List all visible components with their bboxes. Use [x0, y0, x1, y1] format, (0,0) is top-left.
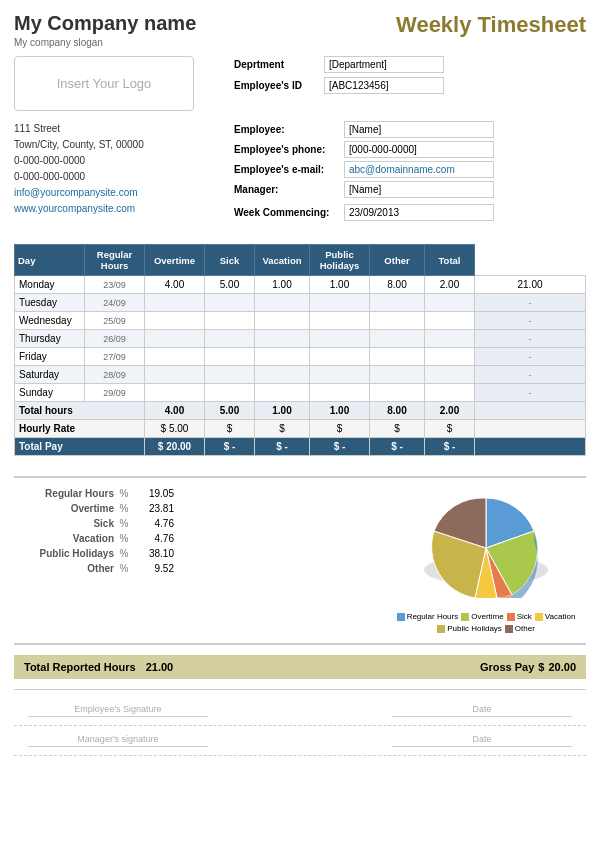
pie-chart: [406, 488, 566, 598]
cell-sick: [255, 348, 310, 366]
cell-total: -: [475, 348, 586, 366]
pay-sick: $ -: [255, 438, 310, 456]
cell-total: -: [475, 312, 586, 330]
col-header-overtime: Overtime: [145, 245, 205, 276]
employee-name-label: Employee:: [234, 124, 344, 135]
cell-other: [425, 366, 475, 384]
legend-color: [535, 613, 543, 621]
col-header-vacation: Vacation: [255, 245, 310, 276]
pay-vacation: $ -: [310, 438, 370, 456]
stat-row: Vacation % 4.76: [14, 533, 376, 544]
table-date: 28/09: [85, 366, 145, 384]
stat-row: Regular Hours % 19.05: [14, 488, 376, 499]
cell-other: 2.00: [425, 276, 475, 294]
col-header-sick: Sick: [205, 245, 255, 276]
total-public-holidays: 8.00: [370, 402, 425, 420]
total-other: 2.00: [425, 402, 475, 420]
cell-regular: [145, 312, 205, 330]
table-date: 29/09: [85, 384, 145, 402]
table-row: Wednesday: [15, 312, 85, 330]
total-sick: 1.00: [255, 402, 310, 420]
page-title: Weekly Timesheet: [396, 12, 586, 38]
cell-vacation: [310, 348, 370, 366]
week-commencing-label: Week Commencing:: [234, 207, 344, 218]
manager-label: Manager:: [234, 184, 344, 195]
total-pay-label: Total Pay: [15, 438, 145, 456]
table-row: Thursday: [15, 330, 85, 348]
cell-overtime: [205, 330, 255, 348]
cell-public-holidays: 8.00: [370, 276, 425, 294]
cell-public-holidays: [370, 294, 425, 312]
legend-color: [507, 613, 515, 621]
col-header-public-holidays: Public Holidays: [310, 245, 370, 276]
cell-regular: 4.00: [145, 276, 205, 294]
table-date: 23/09: [85, 276, 145, 294]
table-row: Friday: [15, 348, 85, 366]
summary-section: Regular Hours % 19.05 Overtime % 23.81 S…: [14, 476, 586, 645]
legend-item: Sick: [507, 612, 532, 621]
manager-value: [Name]: [344, 181, 494, 198]
cell-other: [425, 384, 475, 402]
cell-other: [425, 312, 475, 330]
employee-phone-value: [000-000-0000]: [344, 141, 494, 158]
cell-overtime: [205, 384, 255, 402]
employee-email-label: Employee's e-mail:: [234, 164, 344, 175]
cell-sick: [255, 294, 310, 312]
logo-placeholder: Insert Your Logo: [14, 56, 194, 111]
cell-other: [425, 294, 475, 312]
pay-public-holidays: $ -: [370, 438, 425, 456]
timesheet-table: Day Regular Hours Overtime Sick Vacation…: [14, 244, 586, 456]
gross-pay-symbol: $: [538, 661, 544, 673]
cell-total: 21.00: [475, 276, 586, 294]
cell-overtime: [205, 294, 255, 312]
table-row: Saturday: [15, 366, 85, 384]
stats-block: Regular Hours % 19.05 Overtime % 23.81 S…: [14, 488, 376, 578]
cell-sick: [255, 366, 310, 384]
reported-hours-label: Total Reported Hours: [24, 661, 136, 673]
address-block: 111 Street Town/City, County, ST, 00000 …: [14, 121, 194, 224]
hourly-public-holidays: $: [370, 420, 425, 438]
legend-item: Vacation: [535, 612, 576, 621]
legend-item: Overtime: [461, 612, 503, 621]
col-header-total: Total: [425, 245, 475, 276]
hourly-overtime: $: [205, 420, 255, 438]
employee-phone-label: Employee's phone:: [234, 144, 344, 155]
total-regular: 4.00: [145, 402, 205, 420]
col-header-regular: Regular Hours: [85, 245, 145, 276]
department-value: [Department]: [324, 56, 444, 73]
table-date: 27/09: [85, 348, 145, 366]
employee-signature-line: Employee's Signature: [28, 704, 208, 717]
cell-regular: [145, 330, 205, 348]
cell-sick: [255, 384, 310, 402]
pay-regular: $ 20.00: [145, 438, 205, 456]
cell-total: -: [475, 366, 586, 384]
cell-vacation: 1.00: [310, 276, 370, 294]
total-vacation: 1.00: [310, 402, 370, 420]
stat-row: Overtime % 23.81: [14, 503, 376, 514]
cell-overtime: [205, 366, 255, 384]
company-slogan: My company slogan: [14, 37, 196, 48]
cell-total: -: [475, 330, 586, 348]
cell-public-holidays: [370, 312, 425, 330]
pay-overtime: $ -: [205, 438, 255, 456]
employee-id-value: [ABC123456]: [324, 77, 444, 94]
cell-sick: 1.00: [255, 276, 310, 294]
cell-regular: [145, 348, 205, 366]
hourly-other: $: [425, 420, 475, 438]
cell-public-holidays: [370, 384, 425, 402]
col-header-day: Day: [15, 245, 85, 276]
stat-row: Other % 9.52: [14, 563, 376, 574]
table-row: Sunday: [15, 384, 85, 402]
table-date: 25/09: [85, 312, 145, 330]
legend-color: [505, 625, 513, 633]
cell-public-holidays: [370, 330, 425, 348]
reported-hours-value: 21.00: [146, 661, 174, 673]
cell-public-holidays: [370, 366, 425, 384]
hourly-sick: $: [255, 420, 310, 438]
legend-color: [437, 625, 445, 633]
cell-overtime: 5.00: [205, 276, 255, 294]
chart-legend: Regular HoursOvertimeSickVacationPublic …: [386, 612, 586, 633]
employee-name-value: [Name]: [344, 121, 494, 138]
cell-sick: [255, 330, 310, 348]
cell-other: [425, 330, 475, 348]
